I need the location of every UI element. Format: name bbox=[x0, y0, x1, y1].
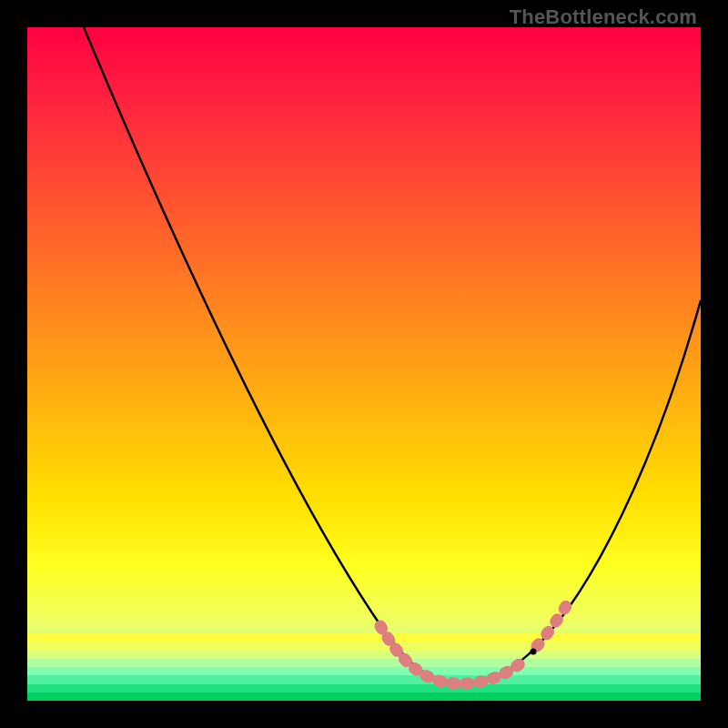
curve-svg bbox=[27, 27, 701, 701]
chart-container: TheBottleneck.com bbox=[0, 0, 728, 728]
bottleneck-curve bbox=[84, 27, 701, 682]
plot-area bbox=[27, 27, 701, 701]
trough-marker-right bbox=[537, 606, 566, 646]
trough-marker-left bbox=[380, 626, 526, 683]
watermark-text: TheBottleneck.com bbox=[510, 5, 697, 29]
curve-point bbox=[531, 649, 537, 655]
